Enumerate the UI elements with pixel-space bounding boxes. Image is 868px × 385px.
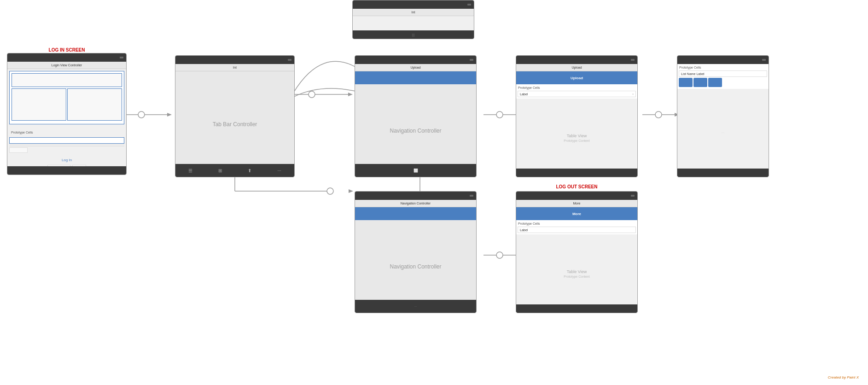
tab-grid-icon[interactable]: ⊞ xyxy=(218,168,222,173)
table-view-content-screen: Prototype Cells List Name Label ··· xyxy=(677,55,769,177)
upload-screen-title: Upload xyxy=(571,66,582,69)
logout-nav-title: More xyxy=(572,212,581,216)
tvc-prototype-label: Prototype Cells xyxy=(677,65,769,70)
svg-point-4 xyxy=(309,91,315,98)
nav-bottom-header-dot xyxy=(470,195,473,197)
nav-top-footer: ⬜ xyxy=(355,164,476,177)
int-footer: ||| xyxy=(353,30,474,39)
logout-footer xyxy=(516,304,637,313)
canvas: LOG IN SCREEN Login View Controller Prot… xyxy=(0,0,868,385)
nav-top-header xyxy=(355,56,476,64)
tvc-list-name-label: List Name Label xyxy=(681,72,705,76)
upload-cell-chevron: › xyxy=(632,92,634,96)
int-header xyxy=(353,0,474,9)
login-title-bar: Login View Controller xyxy=(7,62,126,69)
nav-top-nav-bar xyxy=(355,71,476,84)
tvc-header xyxy=(677,56,769,64)
nav-top-title: Upload xyxy=(410,66,420,69)
svg-marker-5 xyxy=(348,93,353,96)
login-header-dot xyxy=(120,57,123,58)
tvc-placeholder: ··· xyxy=(722,131,725,135)
nav-controller-bottom: Navigation Controller Navigation Control… xyxy=(355,191,477,313)
upload-footer xyxy=(516,169,637,177)
upload-nav-title: Upload xyxy=(571,76,583,80)
nav-controller-top-label: Navigation Controller xyxy=(390,128,441,134)
upload-header xyxy=(516,56,637,64)
login-footer xyxy=(7,166,126,175)
nav-bottom-nav-bar xyxy=(355,207,476,220)
svg-marker-15 xyxy=(349,189,353,193)
login-screen-header xyxy=(7,53,126,62)
login-screen: Login View Controller Prototype Cells Lo… xyxy=(7,53,127,175)
logout-cell-row: Label xyxy=(518,227,636,233)
logout-cell-label: Label xyxy=(520,228,528,232)
svg-point-17 xyxy=(496,252,503,258)
tvc-footer xyxy=(677,169,769,177)
logout-title-bar: More xyxy=(516,200,637,207)
svg-point-7 xyxy=(496,111,503,118)
nav-bottom-title: Navigation Controller xyxy=(401,202,431,205)
upload-prototype-content: Prototype Content xyxy=(564,139,589,142)
upload-cell-label: Label xyxy=(520,93,528,96)
upload-table-view-label: Table View xyxy=(567,134,587,138)
svg-point-14 xyxy=(327,188,333,194)
logout-table-view: More More Prototype Cells Label Table Vi… xyxy=(516,191,638,313)
tab-bar-title: Int xyxy=(233,66,237,69)
logout-prototype-content: Prototype Content xyxy=(564,275,589,278)
footer-label: Created by Paint X xyxy=(828,372,859,380)
logout-table-view-label: Table View xyxy=(567,269,587,274)
tvc-header-dot xyxy=(762,59,766,61)
tab-bar-header xyxy=(175,56,294,64)
svg-point-1 xyxy=(138,111,145,118)
tab-upload-icon[interactable]: ⬆ xyxy=(248,168,251,173)
nav-top-header-dot xyxy=(470,59,473,61)
logout-nav-bar: More xyxy=(516,207,637,220)
tvc-list-name-cell: List Name Label xyxy=(679,70,767,77)
tab-bar-tabs: ☰ ⊞ ⬆ ··· xyxy=(175,164,294,177)
tab-bar-title-bar: Int xyxy=(175,64,294,71)
logout-header-dot xyxy=(631,195,635,197)
nav-controller-bottom-label: Navigation Controller xyxy=(390,263,441,270)
login-screen-label: LOG IN SCREEN xyxy=(7,45,127,53)
tab-bar-controller: Int Tab Bar Controller ☰ ⊞ ⬆ ··· xyxy=(175,55,295,177)
svg-point-10 xyxy=(655,111,662,118)
tab-more-icon[interactable]: ··· xyxy=(278,168,281,173)
upload-prototype-label: Prototype Cells xyxy=(516,85,637,90)
int-header-dot xyxy=(467,4,471,6)
int-title: Int xyxy=(412,11,415,14)
logout-screen-title-text: More xyxy=(573,202,581,205)
nav-controller-top: Upload Navigation Controller ⬜ xyxy=(355,55,477,177)
upload-nav-bar: Upload xyxy=(516,71,637,84)
tab-bar-header-dot xyxy=(288,59,291,61)
int-screen: Int ||| xyxy=(352,0,474,39)
prototype-cells-section: Prototype Cells xyxy=(7,126,126,136)
nav-bottom-footer: ··· xyxy=(355,300,476,313)
upload-title-bar: Upload xyxy=(516,64,637,71)
tab-bar-label: Tab Bar Controller xyxy=(213,121,257,128)
upload-cell-row: Label › xyxy=(518,91,636,97)
nav-bottom-title-bar: Navigation Controller xyxy=(355,200,476,207)
login-button[interactable]: Log In xyxy=(62,158,72,162)
login-title-text: Login View Controller xyxy=(52,64,82,67)
logout-prototype-label: Prototype Cells xyxy=(516,221,637,226)
upload-table-view: Upload Upload Prototype Cells Label › Ta… xyxy=(516,55,638,177)
logout-screen-label: LOG OUT SCREEN xyxy=(516,182,638,190)
tab-list-icon[interactable]: ☰ xyxy=(188,168,192,173)
logout-header xyxy=(516,192,637,200)
nav-top-title-bar: Upload xyxy=(355,64,476,71)
nav-bottom-header xyxy=(355,192,476,200)
upload-header-dot xyxy=(631,59,635,61)
svg-marker-2 xyxy=(167,113,172,117)
int-title-bar: Int xyxy=(353,9,474,16)
